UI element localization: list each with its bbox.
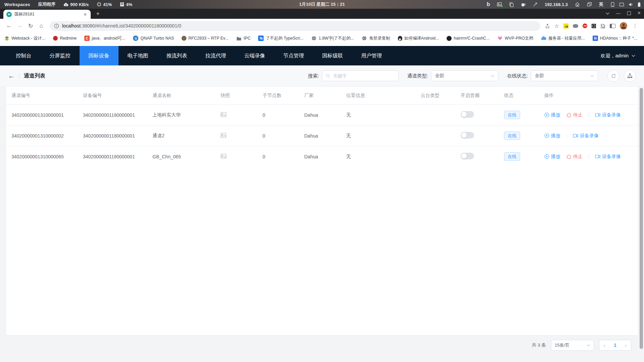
back-button[interactable]: ← <box>4 21 14 31</box>
audio-toggle[interactable] <box>461 111 474 118</box>
device-tree-button[interactable] <box>624 70 636 82</box>
refresh-button[interactable] <box>607 70 619 82</box>
scrollbar-thumb[interactable] <box>640 88 643 349</box>
bookmark-copy-free[interactable]: 免登录复制 <box>362 36 390 41</box>
extension-dark-icon[interactable] <box>592 24 596 28</box>
picker-tray-icon[interactable] <box>533 2 538 7</box>
extension-mask-icon[interactable] <box>573 24 578 28</box>
forward-button[interactable]: → <box>15 21 25 31</box>
nav-item-split-monitor[interactable]: 分屏监控 <box>41 46 80 65</box>
nav-item-gb-devices[interactable]: 国标设备 <box>80 46 119 65</box>
bookmark-ipc-folder[interactable]: IPC <box>236 36 251 41</box>
battery-tray-icon[interactable] <box>638 2 641 7</box>
bookmark-cloud-server[interactable]: 服务器 - 轻量应用... <box>541 36 585 41</box>
side-panel-icon[interactable] <box>610 24 615 28</box>
bookmark-java-android[interactable]: C java、android可... <box>84 36 125 41</box>
device-record-button[interactable]: 设备录像 <box>595 154 621 160</box>
browser-menu-icon[interactable]: ⋮ <box>632 23 639 29</box>
extensions-puzzle-icon[interactable] <box>600 23 605 29</box>
stop-button[interactable]: 停止 <box>566 112 583 118</box>
clipboard-tray-icon[interactable] <box>509 2 514 7</box>
memory-indicator[interactable]: 4% <box>120 2 132 7</box>
play-button[interactable]: 播放 <box>544 154 560 160</box>
stop-button[interactable]: 停止 <box>566 154 583 160</box>
nav-item-user-manage[interactable]: 用户管理 <box>352 46 391 65</box>
nav-item-e-map[interactable]: 电子地图 <box>119 46 157 65</box>
nav-item-gb-cascade[interactable]: 国标级联 <box>313 46 352 65</box>
profile-avatar[interactable] <box>620 22 627 30</box>
audio-toggle[interactable] <box>461 132 474 139</box>
table-header-row: 通道编号 设备编号 通道名称 快照 子节点数 厂家 位置信息 云台类型 开启音频… <box>6 87 638 104</box>
cpu-indicator[interactable]: 41% <box>97 2 112 7</box>
bookmark-typescript-zhihu[interactable]: 知 了不起的 TypeScri... <box>258 36 304 41</box>
bookmark-android-build[interactable]: 如何编译Android... <box>398 36 439 41</box>
nav-item-push-list[interactable]: 推流列表 <box>157 46 196 65</box>
nav-item-console[interactable]: 控制台 <box>7 46 41 65</box>
play-button[interactable]: 播放 <box>544 133 560 139</box>
nav-item-node-manage[interactable]: 节点管理 <box>274 46 313 65</box>
user-menu[interactable]: 欢迎，admin <box>601 46 635 65</box>
extension-js-icon[interactable]: JS <box>563 23 568 29</box>
nav-item-pull-proxy[interactable]: 拉流代理 <box>196 46 235 65</box>
bookmark-webstack[interactable]: Webstack - 设计... <box>4 36 45 41</box>
device-record-button[interactable]: 设备录像 <box>573 133 599 139</box>
play-button[interactable]: 播放 <box>544 112 560 118</box>
video-camera-icon <box>595 154 600 159</box>
reload-button[interactable]: ↻ <box>26 21 36 31</box>
video-camera-icon <box>595 113 600 117</box>
page-info-icon[interactable] <box>54 23 59 29</box>
bookmark-star-icon[interactable]: ☆ <box>554 23 559 29</box>
snapshot-thumbnail[interactable] <box>221 133 226 138</box>
input-method-indicator[interactable]: 英 <box>599 1 603 7</box>
bookmark-18w-article[interactable]: 1.8W字|了不起的... <box>311 36 354 41</box>
search-text-field[interactable] <box>332 73 395 79</box>
snapshot-thumbnail[interactable] <box>221 112 226 117</box>
next-page-button[interactable]: › <box>621 343 631 348</box>
snapshot-thumbnail[interactable] <box>221 154 226 159</box>
window-minimize-button[interactable]: — <box>616 11 620 16</box>
home-button[interactable]: ⌂ <box>36 21 46 31</box>
volume-tray-icon[interactable] <box>629 2 633 7</box>
cell-manufacturer: Dahua <box>299 112 341 118</box>
tab-search-icon[interactable] <box>606 11 609 16</box>
prev-page-button[interactable]: ‹ <box>599 343 609 348</box>
status-dot <box>501 5 503 7</box>
bookmark-rfc2833[interactable]: RFC2833 – RTP Ev... <box>182 36 229 41</box>
windows-tray-icon[interactable] <box>587 2 592 7</box>
net-speed-indicator[interactable]: 900 KB/s <box>63 2 89 7</box>
bookmark-qnap[interactable]: Q QNAP Turbo NAS <box>133 36 174 41</box>
tablet-tray-icon[interactable] <box>610 2 615 7</box>
display-tray-icon[interactable] <box>619 2 624 7</box>
cell-channel-id: 34020000001310000001 <box>6 112 78 118</box>
bookmark-redmine[interactable]: Redmine <box>53 36 77 41</box>
channel-type-select[interactable]: 全部 <box>431 70 498 81</box>
device-record-button[interactable]: 设备录像 <box>595 112 621 118</box>
window-maximize-button[interactable] <box>627 11 631 15</box>
browser-tab[interactable]: 国标28181 × <box>3 10 91 19</box>
col-snapshot: 快照 <box>215 93 257 99</box>
bookmark-wvp-docs[interactable]: Ψ WVP-PRO文档 <box>497 36 533 41</box>
bookmark-hdatmos[interactable]: N HDAtmos :: 种子 *... <box>593 36 637 41</box>
address-bar[interactable]: localhost:38080/#/channelList/3402000000… <box>50 21 540 31</box>
applications-button[interactable]: 应用程序 <box>38 1 55 7</box>
extension-blocker-icon[interactable] <box>583 23 587 28</box>
page-number-1[interactable]: 1 <box>609 343 621 348</box>
share-icon[interactable] <box>545 23 550 29</box>
tab-close-icon[interactable]: × <box>83 11 88 17</box>
bookmark-github-crashc[interactable]: hairrrrr/C-CrashC... <box>447 36 490 41</box>
audio-toggle[interactable] <box>461 153 474 159</box>
coffee-tray-icon[interactable] <box>521 2 526 7</box>
ip-address-indicator[interactable]: 192.168.1.3 <box>545 2 568 7</box>
new-tab-button[interactable]: + <box>96 10 100 17</box>
home-tray-icon[interactable] <box>575 2 580 7</box>
page-back-button[interactable]: ← <box>8 72 15 79</box>
online-state-select[interactable]: 全部 <box>531 70 598 81</box>
nav-item-cloud-record[interactable]: 云端录像 <box>235 46 274 65</box>
workspaces-button[interactable]: Workspaces <box>4 2 30 7</box>
window-close-button[interactable]: × <box>638 10 641 16</box>
chevron-down-icon <box>587 344 590 347</box>
search-input[interactable] <box>322 70 399 81</box>
bing-tray-icon[interactable]: b <box>487 2 490 6</box>
page-size-select[interactable]: 15条/页 <box>551 340 594 351</box>
screenshot-tray-icon[interactable] <box>497 2 502 7</box>
